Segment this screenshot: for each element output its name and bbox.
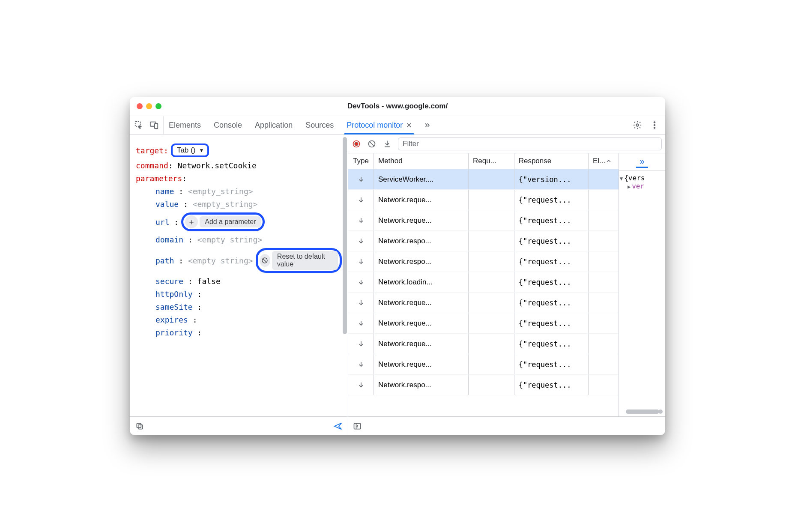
details-child-row[interactable]: ▶ver (620, 182, 664, 190)
clear-log-icon[interactable] (367, 139, 377, 149)
tab-protocol-monitor[interactable]: Protocol monitor ✕ (347, 116, 412, 134)
filter-placeholder: Filter (403, 140, 419, 148)
row-method: Network.reque... (374, 334, 469, 354)
add-parameter-button[interactable]: ＋ Add a parameter (181, 212, 265, 231)
table-row[interactable]: Network.respo...{"request... (348, 231, 619, 251)
log-table: Type Method Requ... Response El... Servi… (348, 153, 619, 416)
titlebar: DevTools - www.google.com/ (130, 97, 665, 116)
col-elapsed[interactable]: El... (589, 153, 619, 169)
param-expires-key: expires (155, 315, 188, 324)
col-response[interactable]: Response (514, 153, 589, 169)
col-type[interactable]: Type (348, 153, 374, 169)
row-request (469, 375, 514, 395)
gear-icon[interactable] (633, 120, 642, 130)
editor-footer (130, 416, 348, 435)
svg-point-5 (654, 124, 655, 126)
param-value-value[interactable]: <empty_string> (193, 200, 258, 209)
table-row[interactable]: Network.respo...{"request... (348, 375, 619, 395)
row-type-icon (348, 272, 374, 292)
close-icon[interactable]: ✕ (406, 121, 412, 129)
row-method: Network.reque... (374, 293, 469, 313)
toggle-split-icon[interactable] (353, 421, 362, 431)
row-type-icon (348, 231, 374, 251)
add-parameter-label: Add a parameter (200, 216, 261, 227)
svg-rect-9 (138, 424, 143, 429)
param-path-value[interactable]: <empty_string> (188, 256, 253, 265)
table-row[interactable]: Network.reque...{"request... (348, 190, 619, 210)
table-row[interactable]: Network.reque...{"request... (348, 210, 619, 231)
table-row[interactable]: Network.reque...{"request... (348, 313, 619, 334)
main-area: target: Tab () command: Network.setCooki… (130, 134, 665, 435)
svg-point-3 (636, 124, 639, 126)
command-editor[interactable]: target: Tab () command: Network.setCooki… (130, 134, 348, 416)
device-toggle-icon[interactable] (149, 120, 159, 130)
param-domain-value[interactable]: <empty_string> (197, 235, 263, 244)
minimize-window-button[interactable] (146, 103, 152, 109)
row-response: {"request... (514, 190, 589, 210)
svg-point-12 (355, 142, 358, 145)
table-row[interactable]: Network.reque...{"request... (348, 334, 619, 354)
filter-input[interactable]: Filter (398, 137, 662, 150)
app-window: DevTools - www.google.com/ Elements Cons… (130, 97, 665, 435)
row-type-icon (348, 251, 374, 272)
row-response: {"request... (514, 251, 589, 272)
record-button[interactable] (352, 139, 361, 149)
devtools-tabbar: Elements Console Application Sources Pro… (130, 116, 665, 134)
target-select[interactable]: Tab () (171, 143, 209, 157)
row-method: Network.reque... (374, 313, 469, 333)
row-elapsed (589, 334, 619, 354)
param-samesite-key: sameSite (155, 302, 193, 311)
table-body[interactable]: ServiceWorker....{"version...Network.req… (348, 169, 619, 416)
tab-console[interactable]: Console (214, 116, 242, 134)
reset-default-button[interactable]: Reset to default value (256, 248, 342, 273)
tabs: Elements Console Application Sources Pro… (169, 116, 430, 134)
param-secure-value[interactable]: false (197, 277, 221, 286)
maximize-window-button[interactable] (155, 103, 161, 109)
h-scrollbar-thumb[interactable] (626, 409, 659, 414)
download-icon[interactable] (383, 139, 392, 149)
table-row[interactable]: Network.reque...{"request... (348, 354, 619, 375)
table-row[interactable]: Network.respo...{"request... (348, 251, 619, 272)
row-elapsed (589, 231, 619, 251)
table-row[interactable]: Network.loadin...{"request... (348, 272, 619, 293)
details-root-row[interactable]: ▼{vers (620, 174, 664, 182)
row-method: Network.reque... (374, 190, 469, 210)
col-request[interactable]: Requ... (469, 153, 514, 169)
tabs-overflow-button[interactable]: » (424, 116, 430, 134)
row-method: Network.respo... (374, 375, 469, 395)
kebab-menu-icon[interactable] (650, 120, 659, 130)
row-response: {"request... (514, 231, 589, 251)
tab-application[interactable]: Application (255, 116, 293, 134)
row-method: Network.respo... (374, 231, 469, 251)
row-elapsed (589, 251, 619, 272)
row-type-icon (348, 210, 374, 230)
send-command-button[interactable] (333, 421, 343, 431)
command-value[interactable]: Network.setCookie (178, 161, 257, 170)
svg-line-8 (263, 259, 266, 262)
tab-sources[interactable]: Sources (305, 116, 334, 134)
inspect-element-icon[interactable] (134, 120, 143, 130)
row-type-icon (348, 169, 374, 189)
scrollbar-thumb[interactable] (343, 137, 347, 334)
row-request (469, 334, 514, 354)
copy-icon[interactable] (135, 421, 144, 431)
table-header: Type Method Requ... Response El... (348, 153, 619, 169)
col-method[interactable]: Method (374, 153, 469, 169)
row-method: Network.reque... (374, 210, 469, 230)
row-type-icon (348, 334, 374, 354)
table-row[interactable]: ServiceWorker....{"version... (348, 169, 619, 190)
protocol-log-pane: Filter Type Method Requ... Response El..… (348, 134, 665, 435)
details-pane: » ▼{vers ▶ver (619, 153, 665, 416)
details-overflow-button[interactable]: » (636, 155, 648, 168)
param-name-value[interactable]: <empty_string> (188, 187, 253, 196)
close-window-button[interactable] (137, 103, 143, 109)
row-method: Network.reque... (374, 354, 469, 374)
param-secure-key: secure (155, 277, 183, 286)
param-value-key: value (155, 200, 179, 209)
row-elapsed (589, 354, 619, 374)
row-type-icon (348, 313, 374, 333)
svg-rect-10 (137, 423, 141, 427)
table-row[interactable]: Network.reque...{"request... (348, 293, 619, 313)
tab-elements[interactable]: Elements (169, 116, 201, 134)
row-request (469, 231, 514, 251)
